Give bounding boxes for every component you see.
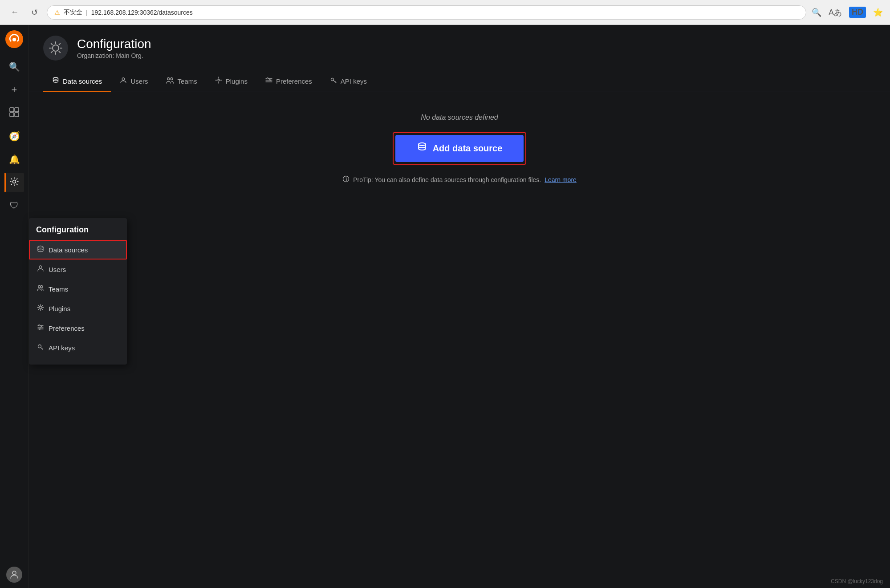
- svg-rect-5: [15, 113, 19, 117]
- flyout-preferences-label: Preferences: [49, 324, 85, 332]
- tab-preferences[interactable]: Preferences: [256, 71, 321, 92]
- security-warning-icon: ⚠: [54, 9, 60, 16]
- users-flyout-icon: [37, 265, 44, 274]
- reload-button[interactable]: ↺: [28, 6, 41, 19]
- flyout-plugins-label: Plugins: [49, 305, 70, 312]
- flyout-item-plugins[interactable]: Plugins: [29, 299, 127, 318]
- svg-point-9: [39, 266, 42, 268]
- teams-flyout-icon: [37, 284, 44, 293]
- tabs: Data sources Users: [43, 71, 876, 92]
- svg-point-24: [171, 78, 173, 80]
- browser-toolbar: 🔍 Aあ HD ⭐: [812, 7, 883, 18]
- sidebar-item-create[interactable]: +: [4, 80, 24, 100]
- url-text: 192.168.208.129:30362/datasources: [91, 9, 193, 16]
- svg-point-6: [13, 180, 16, 183]
- sidebar-item-dashboards[interactable]: [4, 103, 24, 123]
- flyout-menu: Configuration Data sources Users: [29, 218, 127, 365]
- preferences-tab-icon: [265, 77, 272, 85]
- search-icon: 🔍: [9, 61, 20, 72]
- sidebar-item-explore[interactable]: 🧭: [4, 126, 24, 146]
- learn-more-link[interactable]: Learn more: [545, 176, 577, 183]
- hd-badge: HD: [849, 7, 866, 18]
- svg-point-16: [39, 325, 40, 326]
- shield-icon: 🛡: [10, 201, 19, 211]
- tab-apikeys-label: API keys: [341, 77, 367, 85]
- security-warning-text: 不安全: [64, 8, 82, 16]
- grafana-logo[interactable]: [5, 30, 23, 50]
- svg-point-30: [269, 80, 270, 81]
- alerting-icon: 🔔: [9, 154, 20, 165]
- svg-rect-4: [10, 113, 14, 117]
- page-header-text: Configuration Organization: Main Org.: [77, 37, 151, 59]
- protip-text: ProTip: You can also define data sources…: [342, 175, 577, 184]
- sidebar-item-search[interactable]: 🔍: [4, 57, 24, 77]
- preferences-flyout-icon: [37, 324, 44, 333]
- add-datasource-button[interactable]: Add data source: [395, 135, 524, 162]
- svg-point-34: [346, 181, 346, 182]
- flyout-users-label: Users: [49, 266, 66, 273]
- dashboards-icon: [9, 107, 19, 119]
- tab-preferences-label: Preferences: [276, 77, 312, 85]
- plus-icon: +: [12, 84, 17, 96]
- svg-point-8: [38, 246, 43, 248]
- watermark: CSDN @lucky123dog: [831, 578, 883, 584]
- add-datasource-wrapper: Add data source: [393, 132, 527, 165]
- browser-chrome: ← ↺ ⚠ 不安全 | 192.168.208.129:30362/dataso…: [0, 0, 890, 25]
- svg-point-25: [218, 79, 219, 81]
- browser-search-icon[interactable]: 🔍: [812, 8, 821, 17]
- configuration-icon: [9, 177, 19, 189]
- apikeys-flyout-icon: [37, 343, 44, 352]
- user-avatar[interactable]: [6, 567, 22, 583]
- browser-read-icon[interactable]: Aあ: [829, 7, 842, 18]
- main-content: Configuration Organization: Main Org. Da…: [29, 25, 890, 588]
- tab-users-label: Users: [130, 77, 148, 85]
- sidebar-item-shield[interactable]: 🛡: [4, 196, 24, 215]
- svg-point-22: [122, 78, 125, 81]
- tab-plugins[interactable]: Plugins: [206, 71, 256, 92]
- teams-tab-icon: [166, 77, 174, 85]
- sidebar-item-alerting[interactable]: 🔔: [4, 150, 24, 169]
- page-header-icon: [43, 36, 68, 61]
- sidebar: 🔍 + 🧭 🔔: [0, 25, 29, 588]
- svg-point-12: [40, 307, 41, 308]
- tab-users[interactable]: Users: [111, 71, 157, 92]
- tab-apikeys[interactable]: API keys: [321, 71, 376, 92]
- add-datasource-label: Add data source: [433, 143, 503, 154]
- address-bar[interactable]: ⚠ 不安全 | 192.168.208.129:30362/datasource…: [47, 5, 806, 20]
- svg-rect-2: [10, 108, 14, 112]
- flyout-item-datasources[interactable]: Data sources: [29, 240, 127, 260]
- svg-point-18: [39, 328, 41, 330]
- back-button[interactable]: ←: [7, 6, 22, 19]
- tab-datasources[interactable]: Data sources: [43, 71, 111, 92]
- svg-point-10: [38, 286, 41, 288]
- add-datasource-icon: [417, 142, 427, 155]
- flyout-item-apikeys[interactable]: API keys: [29, 338, 127, 357]
- svg-point-23: [167, 78, 170, 80]
- flyout-datasources-label: Data sources: [49, 246, 88, 254]
- svg-point-11: [41, 286, 43, 288]
- page-header-top: Configuration Organization: Main Org.: [43, 36, 876, 61]
- browser-star-icon[interactable]: ⭐: [873, 8, 883, 17]
- datasources-flyout-icon: [37, 245, 44, 254]
- svg-point-1: [12, 38, 16, 41]
- svg-point-20: [53, 45, 59, 51]
- flyout-item-preferences[interactable]: Preferences: [29, 318, 127, 338]
- svg-point-33: [343, 176, 349, 182]
- svg-point-17: [41, 327, 42, 328]
- users-tab-icon: [120, 77, 127, 85]
- datasources-tab-icon: [52, 77, 59, 85]
- tab-plugins-label: Plugins: [226, 77, 248, 85]
- empty-state-message: No data sources defined: [421, 114, 498, 122]
- tab-datasources-label: Data sources: [63, 77, 102, 85]
- protip-message: ProTip: You can also define data sources…: [353, 176, 541, 183]
- sidebar-item-configuration[interactable]: [4, 173, 24, 192]
- flyout-title: Configuration: [29, 225, 127, 240]
- flyout-item-users[interactable]: Users: [29, 260, 127, 279]
- app-container: 🔍 + 🧭 🔔: [0, 25, 890, 588]
- flyout-apikeys-label: API keys: [49, 344, 75, 352]
- svg-rect-3: [15, 108, 19, 112]
- page-title: Configuration: [77, 37, 151, 51]
- flyout-item-teams[interactable]: Teams: [29, 279, 127, 299]
- page-subtitle: Organization: Main Org.: [77, 52, 151, 59]
- tab-teams[interactable]: Teams: [157, 71, 206, 92]
